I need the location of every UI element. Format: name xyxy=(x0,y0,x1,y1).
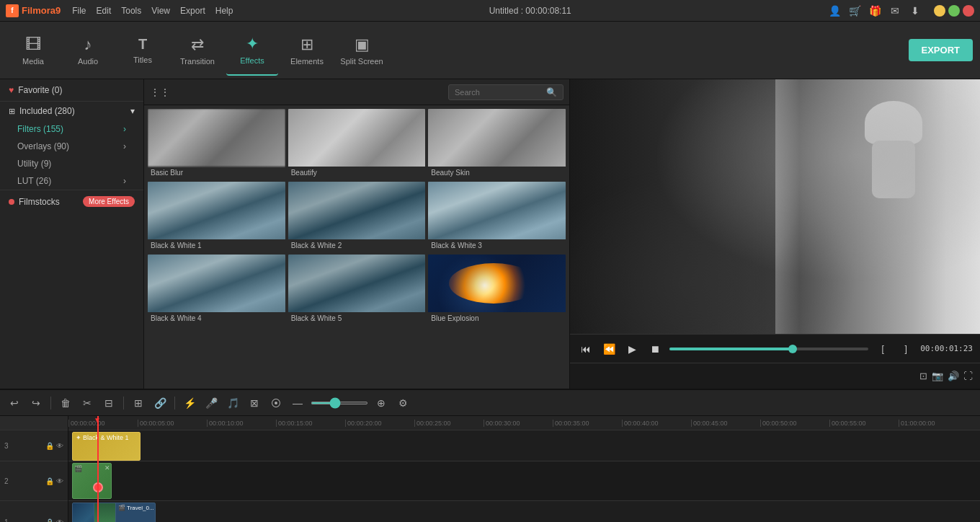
cart-icon[interactable]: 🛒 xyxy=(847,5,862,17)
zoom-out-icon[interactable]: ⊕ xyxy=(373,397,390,409)
menu-help[interactable]: Help xyxy=(215,6,233,16)
track2-eye-icon[interactable]: 👁 xyxy=(56,477,63,485)
search-input[interactable] xyxy=(455,88,542,97)
lut-item[interactable]: LUT (26) › xyxy=(0,172,143,190)
ruler-9: 00:00:45:00 xyxy=(691,420,760,427)
video2-clip[interactable]: 🎬 ✕ xyxy=(72,463,112,499)
effect-bw2[interactable]: Black & White 2 xyxy=(288,181,427,252)
filmstocks-row[interactable]: Filmstocks More Effects xyxy=(0,190,143,213)
beautify-thumb xyxy=(288,109,426,167)
effect-bw4[interactable]: Black & White 4 xyxy=(147,254,286,325)
utility-item[interactable]: Utility (9) xyxy=(0,155,143,172)
menu-view[interactable]: View xyxy=(151,6,170,16)
progress-bar[interactable] xyxy=(669,348,868,350)
elements-icon: ⊞ xyxy=(300,35,313,54)
included-category[interactable]: ⊞ Included (280) ▾ xyxy=(0,102,143,120)
track1-eye-icon[interactable]: 👁 xyxy=(56,518,63,522)
left-panel: ♥ Favorite (0) ⊞ Included (280) ▾ Filter… xyxy=(0,79,144,389)
effect-blue-explosion[interactable]: Blue Explosion xyxy=(427,254,566,325)
audio-duck-icon[interactable]: 🎵 xyxy=(224,397,241,409)
toolbar-titles[interactable]: T Titles xyxy=(117,25,169,76)
effect-beautify[interactable]: Beautify xyxy=(288,108,427,180)
more-effects-button[interactable]: More Effects xyxy=(83,196,135,207)
filter-clip-label: Black & White 1 xyxy=(83,434,129,441)
stop-button[interactable]: ⏹ xyxy=(646,343,664,355)
pip-icon[interactable]: ⊡ xyxy=(919,371,927,381)
link-icon[interactable]: 🔗 xyxy=(151,397,169,409)
mail-icon[interactable]: ✉ xyxy=(888,5,902,17)
ruler-4: 00:00:20:00 xyxy=(345,420,414,427)
rewind-button[interactable]: ⏮ xyxy=(577,343,594,355)
basic-blur-thumb xyxy=(148,109,285,167)
gift-icon[interactable]: 🎁 xyxy=(868,5,882,17)
favorite-label: Favorite (0) xyxy=(18,85,62,95)
play-button[interactable]: ▶ xyxy=(623,343,641,355)
progress-thumb[interactable] xyxy=(788,345,797,353)
undo-button[interactable]: ↩ xyxy=(6,397,23,409)
main-area: ♥ Favorite (0) ⊞ Included (280) ▾ Filter… xyxy=(0,79,980,389)
chevron-down-icon: ▾ xyxy=(130,106,135,116)
export-button[interactable]: EXPORT xyxy=(909,39,973,61)
ruler-2: 00:00:10:00 xyxy=(207,420,276,427)
video2-delete-icon[interactable]: ✕ xyxy=(104,464,110,472)
ruler-5: 00:00:25:00 xyxy=(414,420,484,427)
effect-beauty-skin[interactable]: Beauty Skin xyxy=(427,108,566,180)
toolbar-audio[interactable]: ♪ Audio xyxy=(62,25,114,76)
download-icon[interactable]: ⬇ xyxy=(908,5,922,17)
toolbar-elements[interactable]: ⊞ Elements xyxy=(281,25,333,76)
main-toolbar: 🎞 Media ♪ Audio T Titles ⇄ Transition ✦ … xyxy=(0,22,980,79)
menu-file[interactable]: File xyxy=(72,6,86,16)
toolbar-split-screen[interactable]: ▣ Split Screen xyxy=(336,25,388,76)
track3-lock-icon[interactable]: 🔒 xyxy=(45,442,54,450)
filter-clip[interactable]: ✦ Black & White 1 xyxy=(72,432,141,461)
screenshot-icon[interactable]: 📷 xyxy=(932,371,943,381)
close-gap-icon[interactable]: ⊠ xyxy=(246,397,263,409)
toolbar-transition[interactable]: ⇄ Transition xyxy=(172,25,223,76)
track2-lock-icon[interactable]: 🔒 xyxy=(45,477,54,485)
volume-icon[interactable]: 🔊 xyxy=(948,371,959,381)
add-track-icon[interactable]: ⊞ xyxy=(130,397,147,409)
filters-item[interactable]: Filters (155) › xyxy=(0,120,143,138)
effect-bw5[interactable]: Black & White 5 xyxy=(288,254,427,325)
zoom-slider[interactable] xyxy=(311,402,368,404)
maximize-button[interactable]: □ xyxy=(948,5,960,17)
zoom-slider-icon[interactable]: — xyxy=(289,397,306,409)
heart-icon: ♥ xyxy=(9,85,14,95)
bw2-label: Black & White 2 xyxy=(288,239,426,252)
menu-export[interactable]: Export xyxy=(180,6,205,16)
close-button[interactable]: ✕ xyxy=(963,5,974,17)
fullscreen-icon[interactable]: ⛶ xyxy=(963,371,973,381)
step-back-button[interactable]: ⏪ xyxy=(600,343,618,355)
speed-icon[interactable]: ⚡ xyxy=(181,397,198,409)
settings-icon[interactable]: ⚙ xyxy=(394,397,411,409)
logo-icon: f xyxy=(6,4,19,17)
effect-bw1[interactable]: Black & White 1 xyxy=(147,181,286,252)
grid-toggle-icon[interactable]: ⋮⋮ xyxy=(150,87,170,98)
toolbar-effects[interactable]: ✦ Effects xyxy=(226,25,278,76)
effect-basic-blur[interactable]: Basic Blur xyxy=(147,108,286,180)
effect-bw3[interactable]: Black & White 3 xyxy=(427,181,566,252)
cut-button[interactable]: ✂ xyxy=(79,397,96,409)
menu-edit[interactable]: Edit xyxy=(97,6,112,16)
separator-1 xyxy=(50,397,51,410)
ruler-10: 00:00:50:00 xyxy=(760,420,829,427)
menu-tools[interactable]: Tools xyxy=(121,6,141,16)
titlebar-menu: File Edit Tools View Export Help xyxy=(72,6,233,16)
track2-label: 2 🔒 👁 xyxy=(0,461,68,501)
bw5-label: Black & White 5 xyxy=(288,312,426,324)
redo-button[interactable]: ↪ xyxy=(27,397,45,409)
preview-controls: ⏮ ⏪ ▶ ⏹ [ ] 00:00:01:23 xyxy=(570,334,980,363)
delete-button[interactable]: 🗑 xyxy=(57,397,74,409)
toolbar-media[interactable]: 🎞 Media xyxy=(7,25,59,76)
track3-row: ✦ Black & White 1 xyxy=(68,430,980,461)
mic-icon[interactable]: 🎤 xyxy=(202,397,220,409)
video1-clip[interactable]: 🎬 Travel_0... xyxy=(72,503,156,522)
user-icon[interactable]: 👤 xyxy=(827,5,842,17)
favorite-button[interactable]: ♥ Favorite (0) xyxy=(0,79,143,102)
minimize-button[interactable]: — xyxy=(934,5,945,17)
overlays-item[interactable]: Overlays (90) › xyxy=(0,138,143,155)
ripple-delete-icon[interactable]: ⦿ xyxy=(267,397,285,409)
track1-lock-icon[interactable]: 🔒 xyxy=(45,518,54,522)
crop-button[interactable]: ⊟ xyxy=(100,397,117,409)
track3-eye-icon[interactable]: 👁 xyxy=(56,442,63,450)
